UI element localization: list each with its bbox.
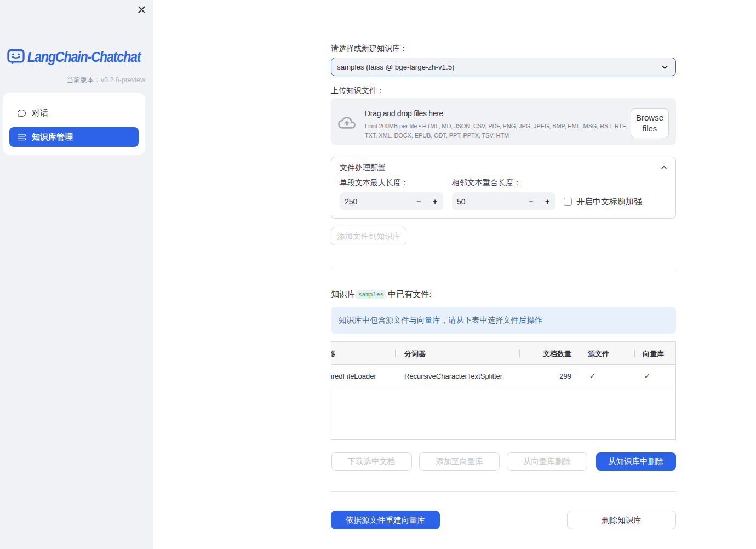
dropzone-hint: Limit 200MB per file • HTML, MD, JSON, C… — [365, 122, 629, 140]
header-divider — [395, 350, 396, 357]
menu-item-knowledge-base[interactable]: 知识库管理 — [9, 127, 139, 147]
app-root: LangChain-Chatchat 当前版本：v0.2.6-preview 对… — [0, 0, 756, 549]
browse-files-button[interactable]: Browse files — [631, 108, 669, 138]
cell-splitter: RecursiveCharacterTextSplitter — [404, 372, 502, 380]
table-header: 文档加载器 分词器 文档数量 源文件 向量库 — [331, 342, 675, 365]
rebuild-vector-button[interactable]: 依据源文件重建向量库 — [331, 511, 440, 529]
chunk-size-minus-button[interactable]: − — [410, 192, 427, 210]
download-docs-button[interactable]: 下载选中文档 — [331, 452, 412, 471]
main-content: 请选择或新建知识库： samples (faiss @ bge-large-zh… — [331, 0, 676, 549]
dropzone-title: Drag and drop files here — [365, 109, 443, 118]
checkbox-box[interactable] — [564, 198, 572, 206]
version-line: 当前版本：v0.2.6-preview — [66, 76, 145, 85]
add-files-button[interactable]: 添加文件到知识库 — [331, 227, 406, 245]
kb-select-label: 请选择或新建知识库： — [331, 44, 408, 54]
delete-kb-button[interactable]: 删除知识库 — [567, 511, 676, 529]
kb-select[interactable]: samples (faiss @ bge-large-zh-v1.5) — [331, 58, 676, 76]
logo-chat-icon — [7, 49, 25, 65]
file-config-expander: 文件处理配置 单段文本最大长度： 相邻文本重合长度： 250 − + 50 − … — [331, 157, 676, 219]
app-title: LangChain-Chatchat — [27, 48, 140, 66]
header-divider — [519, 350, 520, 357]
chunk-overlap-plus-button[interactable]: + — [539, 192, 555, 210]
upload-label: 上传知识文件： — [331, 86, 385, 96]
expander-title: 文件处理配置 — [340, 163, 386, 173]
delete-from-vector-button[interactable]: 从向量库删除 — [507, 452, 587, 471]
kb-heading-prefix: 知识库 — [331, 289, 356, 300]
delete-from-kb-button[interactable]: 从知识库中删除 — [596, 452, 677, 471]
kb-name-code: samples — [356, 290, 386, 299]
kb-files-table[interactable]: 文档加载器 分词器 文档数量 源文件 向量库 UnstructuredFileL… — [331, 341, 676, 440]
divider — [331, 270, 676, 270]
header-divider — [634, 350, 635, 357]
version-label: 当前版本： — [66, 76, 101, 84]
kb-files-heading: 知识库 samples 中已有文件: — [331, 289, 431, 300]
logo: LangChain-Chatchat — [7, 48, 164, 66]
chunk-size-value: 250 — [340, 197, 410, 206]
hdd-stack-icon — [18, 133, 26, 141]
info-banner-text: 知识库中包含源文件与向量库，请从下表中选择文件后操作 — [339, 315, 542, 325]
info-banner: 知识库中包含源文件与向量库，请从下表中选择文件后操作 — [331, 307, 676, 334]
menu-item-label: 对话 — [32, 108, 48, 118]
kb-heading-suffix: 中已有文件: — [388, 289, 431, 300]
sidebar-menu: 对话 知识库管理 — [3, 93, 145, 155]
cell-docs: 299 — [543, 372, 571, 380]
version-value: v0.2.6-preview — [101, 76, 145, 84]
col-vector: 向量库 — [643, 349, 664, 359]
chevron-down-icon — [661, 63, 669, 71]
cell-source-check: ✓ — [589, 372, 595, 380]
chunk-size-input[interactable]: 250 − + — [340, 192, 443, 210]
cell-loader: UnstructuredFileLoader — [331, 372, 376, 380]
checkbox-label: 开启中文标题加强 — [576, 197, 642, 207]
chunk-overlap-label: 相邻文本重合长度： — [452, 178, 521, 188]
menu-item-label: 知识库管理 — [32, 132, 73, 142]
chunk-size-label: 单段文本最大长度： — [340, 178, 409, 188]
expander-header[interactable]: 文件处理配置 — [331, 157, 675, 177]
col-docs: 文档数量 — [543, 349, 571, 359]
col-source: 源文件 — [588, 349, 609, 359]
add-to-vector-button[interactable]: 添加至向量库 — [419, 452, 500, 471]
chunk-size-plus-button[interactable]: + — [427, 192, 443, 210]
table-row[interactable]: UnstructuredFileLoader RecursiveCharacte… — [331, 365, 675, 386]
chunk-overlap-value: 50 — [452, 197, 523, 206]
chunk-overlap-input[interactable]: 50 − + — [452, 192, 555, 210]
cloud-upload-icon — [338, 114, 356, 131]
header-divider — [579, 350, 579, 357]
zh-title-enhance-checkbox[interactable]: 开启中文标题加强 — [564, 197, 642, 207]
cell-vector-check: ✓ — [644, 372, 650, 380]
col-loader: 文档加载器 — [331, 349, 335, 359]
col-splitter: 分词器 — [404, 349, 426, 359]
chevron-up-icon — [660, 164, 668, 171]
kb-select-value: samples (faiss @ bge-large-zh-v1.5) — [337, 63, 661, 71]
file-dropzone[interactable]: Drag and drop files here Limit 200MB per… — [331, 98, 676, 145]
chunk-overlap-minus-button[interactable]: − — [523, 192, 539, 210]
menu-item-dialogue[interactable]: 对话 — [9, 102, 139, 123]
chat-icon — [18, 109, 26, 117]
divider — [331, 491, 676, 492]
sidebar-close-icon[interactable] — [136, 4, 147, 15]
sidebar: LangChain-Chatchat 当前版本：v0.2.6-preview 对… — [0, 0, 153, 549]
